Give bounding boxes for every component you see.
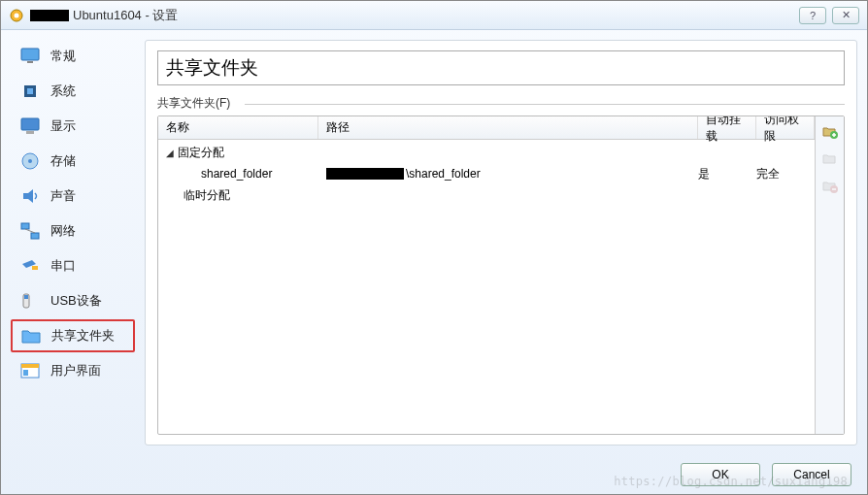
- svg-rect-10: [21, 223, 29, 229]
- sidebar-label: 声音: [50, 187, 76, 205]
- interface-icon: [19, 361, 41, 380]
- svg-rect-5: [27, 88, 33, 94]
- sidebar-label: 常规: [50, 48, 76, 65]
- sidebar-item-storage[interactable]: 存储: [11, 145, 135, 178]
- remove-folder-button: [820, 177, 840, 196]
- sidebar-label: USB设备: [50, 292, 102, 310]
- sidebar: 常规 系统 显示 存储 声音 网络: [11, 40, 135, 446]
- sidebar-item-audio[interactable]: 声音: [11, 180, 135, 213]
- sidebar-label: 用户界面: [50, 362, 101, 380]
- sidebar-item-shared-folders[interactable]: 共享文件夹: [11, 319, 135, 352]
- fieldset-label: 共享文件夹(F): [157, 95, 845, 112]
- sidebar-item-usb[interactable]: USB设备: [11, 284, 135, 317]
- redacted-text: [30, 10, 69, 21]
- redacted-path: [326, 168, 404, 180]
- monitor-icon: [19, 47, 41, 66]
- sidebar-item-network[interactable]: 网络: [11, 214, 135, 248]
- svg-rect-18: [23, 370, 28, 376]
- column-auto-mount[interactable]: 自动挂载: [698, 116, 756, 139]
- column-permission[interactable]: 访问权限: [756, 116, 815, 139]
- speaker-icon: [19, 186, 41, 206]
- svg-rect-13: [32, 266, 38, 270]
- folder-icon: [20, 326, 42, 346]
- sidebar-label: 共享文件夹: [51, 327, 115, 345]
- main-panel: 共享文件夹 共享文件夹(F) 名称 路径 自动挂载 访问权限 ◢: [145, 40, 857, 446]
- group-label: 临时分配: [184, 187, 230, 204]
- column-name[interactable]: 名称: [158, 116, 318, 139]
- svg-point-9: [28, 159, 32, 163]
- chip-icon: [19, 82, 41, 101]
- svg-rect-3: [27, 61, 33, 63]
- row-permission: 完全: [752, 166, 811, 182]
- add-folder-button[interactable]: [820, 122, 840, 142]
- svg-line-12: [25, 229, 35, 233]
- help-button[interactable]: ?: [799, 7, 826, 24]
- row-name: shared_folder: [201, 167, 272, 181]
- close-button[interactable]: ✕: [832, 7, 859, 24]
- group-label: 固定分配: [178, 145, 224, 161]
- svg-rect-2: [21, 49, 39, 60]
- table-group-temp[interactable]: 临时分配: [158, 184, 815, 206]
- row-auto-mount: 是: [694, 166, 752, 182]
- sidebar-label: 网络: [50, 222, 76, 240]
- disk-icon: [19, 151, 41, 171]
- app-icon: [9, 8, 24, 23]
- sidebar-item-display[interactable]: 显示: [11, 110, 135, 143]
- column-path[interactable]: 路径: [318, 116, 698, 139]
- sidebar-item-system[interactable]: 系统: [11, 75, 135, 108]
- expand-arrow-icon[interactable]: ◢: [166, 148, 178, 158]
- svg-rect-17: [21, 364, 39, 368]
- table-body[interactable]: ◢ 固定分配 shared_folder \shared_fol: [158, 140, 815, 434]
- table-group-fixed[interactable]: ◢ 固定分配: [158, 142, 815, 163]
- sidebar-label: 系统: [50, 82, 76, 100]
- svg-rect-6: [21, 118, 39, 130]
- sidebar-item-interface[interactable]: 用户界面: [11, 354, 135, 387]
- network-icon: [19, 221, 41, 241]
- svg-rect-15: [24, 295, 28, 299]
- watermark-text: https://blog.csdn.net/suxiang198: [614, 475, 848, 488]
- sidebar-label: 存储: [50, 152, 76, 170]
- usb-icon: [19, 291, 41, 311]
- sidebar-label: 串口: [50, 257, 76, 275]
- edit-folder-button: [820, 149, 840, 169]
- window-title: Ubuntu1604 - 设置: [73, 7, 799, 24]
- svg-rect-11: [31, 233, 39, 239]
- titlebar: Ubuntu1604 - 设置 ? ✕: [1, 1, 867, 30]
- display-icon: [19, 116, 41, 136]
- sidebar-item-general[interactable]: 常规: [11, 40, 135, 73]
- sidebar-item-serial[interactable]: 串口: [11, 249, 135, 282]
- row-path: \shared_folder: [406, 167, 481, 181]
- table-row[interactable]: shared_folder \shared_folder 是 完全: [158, 163, 815, 184]
- sidebar-label: 显示: [50, 117, 76, 135]
- table-header: 名称 路径 自动挂载 访问权限: [158, 116, 815, 140]
- serial-icon: [19, 256, 41, 276]
- panel-title: 共享文件夹: [157, 50, 845, 85]
- svg-rect-7: [26, 131, 34, 134]
- svg-point-1: [15, 13, 19, 17]
- table-toolbar: [815, 116, 844, 434]
